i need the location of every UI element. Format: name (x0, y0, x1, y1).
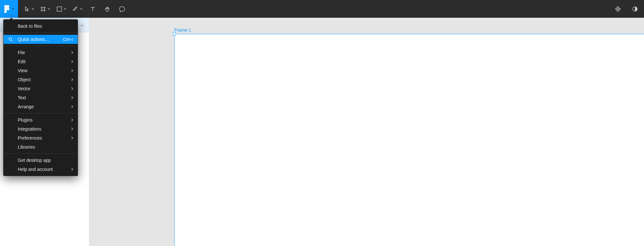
hand-tool[interactable] (101, 3, 114, 15)
chevron-down-icon (48, 8, 50, 10)
menu-plugins[interactable]: Plugins (4, 115, 78, 124)
text-icon (90, 6, 96, 12)
figma-logo-icon (4, 5, 10, 13)
components-icon (614, 5, 621, 13)
chevron-right-icon (71, 51, 73, 54)
top-toolbar (0, 0, 644, 18)
tool-group (18, 0, 129, 18)
menu-item-label: File (18, 50, 25, 55)
comment-icon (119, 6, 126, 12)
shape-tool[interactable] (54, 3, 68, 15)
chevron-right-icon (71, 60, 73, 63)
menu-back-to-files[interactable]: Back to files (4, 22, 78, 31)
svg-point-3 (9, 38, 12, 40)
menu-view[interactable]: View (4, 66, 78, 75)
components-menu[interactable] (612, 3, 623, 15)
menu-integrations[interactable]: Integrations (4, 124, 78, 133)
cursor-icon (24, 6, 30, 12)
menu-object[interactable]: Object (4, 75, 78, 84)
menu-item-label: Preferences (18, 135, 42, 141)
chevron-down-icon (32, 8, 34, 10)
menu-separator (4, 33, 78, 33)
menu-shortcut: Ctrl+/ (63, 37, 73, 42)
hand-icon (104, 6, 111, 12)
chevron-right-icon (71, 136, 73, 140)
menu-item-label: Object (18, 77, 31, 82)
menu-file[interactable]: File (4, 48, 78, 57)
toolbar-right (612, 0, 640, 18)
menu-item-label: Vector (18, 86, 31, 91)
chevron-down-icon (81, 23, 84, 28)
menu-separator (4, 153, 78, 154)
chevron-down-icon (12, 8, 14, 10)
menu-item-label: Help and account (18, 167, 53, 172)
rectangle-icon (56, 6, 62, 12)
menu-pointer (9, 18, 13, 20)
menu-text[interactable]: Text (4, 93, 78, 102)
theme-toggle[interactable] (630, 3, 640, 15)
menu-libraries[interactable]: Libraries (4, 143, 78, 152)
menu-item-label: Quick actions… (18, 37, 49, 42)
menu-arrange[interactable]: Arrange (4, 102, 78, 111)
chevron-right-icon (71, 118, 73, 122)
chevron-right-icon (71, 78, 73, 81)
menu-edit[interactable]: Edit (4, 57, 78, 66)
menu-help-account[interactable]: Help and account (4, 165, 78, 174)
canvas[interactable]: Frame 1 (89, 18, 644, 246)
main-menu: Back to files Quick actions… Ctrl+/ File… (3, 19, 78, 176)
text-tool[interactable] (86, 3, 99, 15)
menu-vector[interactable]: Vector (4, 84, 78, 93)
menu-item-label: Plugins (18, 117, 33, 123)
frame[interactable] (174, 34, 644, 246)
chevron-right-icon (71, 127, 73, 131)
pen-icon (72, 6, 79, 12)
menu-quick-actions[interactable]: Quick actions… Ctrl+/ (4, 35, 78, 44)
chevron-down-icon (64, 8, 66, 10)
menu-item-label: Integrations (18, 126, 41, 132)
move-tool[interactable] (22, 3, 36, 15)
menu-item-label: Back to files (18, 24, 42, 29)
menu-item-label: Libraries (18, 144, 35, 150)
chevron-right-icon (71, 96, 73, 99)
chevron-right-icon (71, 69, 73, 72)
chevron-down-icon (80, 8, 82, 10)
main-menu-button[interactable] (0, 0, 18, 18)
menu-item-label: Text (18, 95, 26, 100)
search-icon (8, 37, 13, 42)
chevron-right-icon (71, 168, 73, 171)
comment-tool[interactable] (116, 3, 129, 15)
selection-handle-top-left[interactable] (173, 32, 176, 35)
menu-item-label: View (18, 68, 27, 73)
frame-icon (40, 6, 46, 12)
menu-separator (4, 113, 78, 113)
menu-preferences[interactable]: Preferences (4, 133, 78, 143)
chevron-right-icon (71, 87, 73, 90)
menu-separator (4, 46, 78, 46)
chevron-right-icon (71, 105, 73, 108)
frame-label[interactable]: Frame 1 (174, 27, 191, 33)
half-circle-icon (632, 6, 638, 12)
menu-item-label: Arrange (18, 104, 34, 109)
pen-tool[interactable] (70, 3, 84, 15)
menu-get-desktop-app[interactable]: Get desktop app (4, 156, 78, 165)
svg-rect-1 (57, 7, 62, 11)
menu-item-label: Edit (18, 59, 25, 64)
menu-item-label: Get desktop app (18, 158, 51, 163)
frame-tool[interactable] (38, 3, 52, 15)
svg-point-0 (7, 8, 9, 10)
